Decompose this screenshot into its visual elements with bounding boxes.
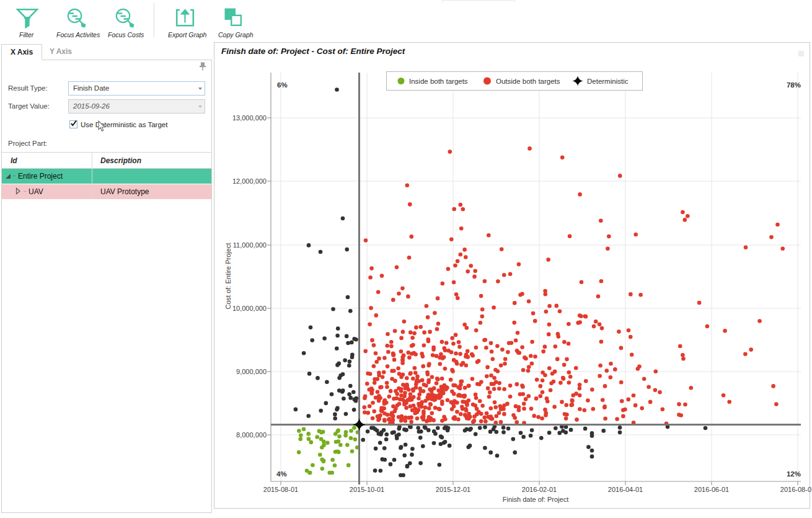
svg-text:9,000,000: 9,000,000 bbox=[236, 368, 267, 375]
svg-text:78%: 78% bbox=[787, 81, 801, 89]
svg-text:12,000,000: 12,000,000 bbox=[232, 177, 267, 185]
svg-text:Cost of: Entire Project: Cost of: Entire Project bbox=[224, 243, 232, 310]
svg-text:10,000,000: 10,000,000 bbox=[232, 305, 267, 312]
svg-text:Inside both targets: Inside both targets bbox=[409, 78, 468, 85]
svg-text:Finish date of: Project: Finish date of: Project bbox=[503, 496, 568, 503]
svg-text:12%: 12% bbox=[787, 470, 801, 478]
svg-text:2016-04-01: 2016-04-01 bbox=[608, 486, 643, 493]
svg-text:Deterministic: Deterministic bbox=[587, 78, 629, 85]
svg-text:Outside both targets: Outside both targets bbox=[496, 78, 560, 85]
svg-text:2015-10-01: 2015-10-01 bbox=[350, 486, 384, 493]
svg-text:13,000,000: 13,000,000 bbox=[232, 114, 267, 122]
svg-text:2015-12-01: 2015-12-01 bbox=[436, 486, 470, 493]
svg-text:11,000,000: 11,000,000 bbox=[233, 241, 267, 249]
svg-text:2016-02-01: 2016-02-01 bbox=[522, 486, 557, 493]
svg-text:6%: 6% bbox=[277, 81, 288, 89]
svg-text:4%: 4% bbox=[276, 470, 287, 478]
svg-text:2015-08-01: 2015-08-01 bbox=[263, 486, 298, 493]
svg-text:8,000,000: 8,000,000 bbox=[236, 431, 267, 439]
svg-text:2016-06-01: 2016-06-01 bbox=[694, 486, 729, 493]
svg-text:2016-08-01: 2016-08-01 bbox=[780, 486, 812, 493]
